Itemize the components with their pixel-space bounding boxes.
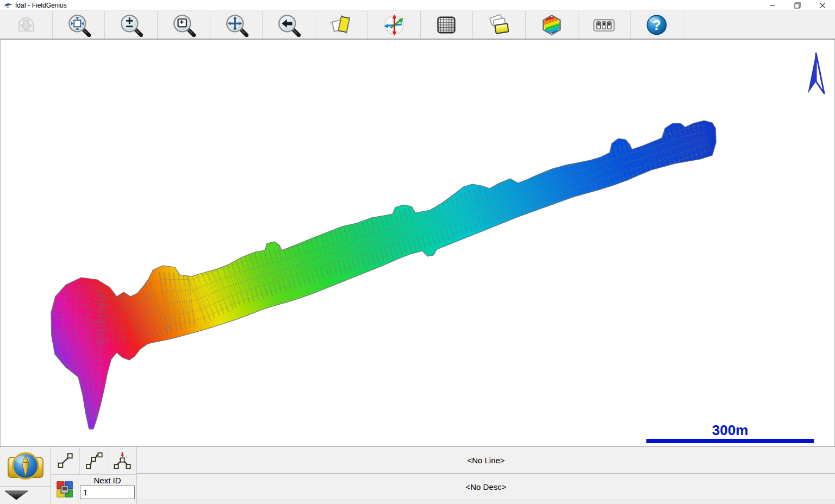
display-toggle-button[interactable]	[51, 475, 78, 504]
zoom-extents-button[interactable]	[53, 11, 105, 39]
tin-surface	[51, 121, 716, 429]
import-surface-button	[0, 11, 53, 39]
instrument-plumb-bob-icon	[7, 450, 45, 483]
flyout-triangle-icon[interactable]	[3, 490, 29, 501]
minimize-button[interactable]	[760, 0, 785, 10]
zoom-window-button[interactable]	[158, 11, 210, 39]
north-arrow-icon	[808, 53, 824, 93]
close-icon	[819, 2, 826, 9]
next-id-label: Next ID	[94, 475, 121, 486]
toggles-button[interactable]	[578, 11, 631, 39]
desc-status-bar[interactable]: <No Desc>	[137, 474, 835, 500]
scale-bar-line	[646, 439, 814, 443]
toolbar-spacer	[683, 11, 835, 39]
scale-bar-label: 300m	[646, 423, 814, 437]
rotate-view-button[interactable]	[315, 11, 368, 39]
rotate-view-icon	[329, 13, 353, 37]
layers-button[interactable]	[473, 11, 526, 39]
desc-status-text: <No Desc>	[465, 482, 506, 492]
grid-toggle-button[interactable]	[421, 11, 473, 39]
instrument-button[interactable]	[7, 450, 45, 483]
window-title: fdaf - FieldGenius	[15, 2, 760, 9]
next-id-group: Next ID	[78, 475, 136, 504]
arc-insert-icon	[114, 452, 131, 469]
zoom-window-icon	[172, 13, 196, 37]
status-column: <No Line> <No Desc>	[137, 447, 835, 504]
3d-axes-icon	[382, 13, 406, 37]
next-id-input[interactable]	[80, 486, 135, 499]
window-controls	[760, 0, 835, 10]
draw-spline-button[interactable]	[80, 447, 109, 474]
close-button[interactable]	[810, 0, 835, 10]
line-tools-row	[51, 447, 136, 475]
corner-colors-icon	[54, 479, 75, 500]
zoom-previous-icon	[277, 13, 301, 37]
grid-icon	[434, 13, 458, 37]
line-status-text: <No Line>	[467, 456, 504, 465]
line-tools-column: Next ID	[51, 447, 137, 504]
instrument-flyout-wrap	[0, 487, 51, 504]
pan-magnifier-icon	[225, 13, 248, 37]
draw-arc-button[interactable]	[108, 447, 136, 474]
map-canvas[interactable]: 300m	[0, 40, 835, 446]
zoom-previous-button[interactable]	[263, 11, 315, 39]
help-button[interactable]: ?	[631, 11, 683, 39]
minimize-icon	[769, 2, 776, 9]
app-logo-icon	[4, 2, 13, 9]
status-footer	[137, 500, 835, 504]
next-id-row: Next ID	[51, 475, 136, 504]
zoom-in-out-button[interactable]	[105, 11, 158, 39]
svg-text:?: ?	[652, 17, 660, 32]
spline-curve-icon	[85, 452, 103, 469]
view-3d-button[interactable]	[368, 11, 421, 39]
layers-icon	[487, 13, 511, 37]
rainbow-surface-icon	[540, 13, 564, 37]
pan-button[interactable]	[210, 11, 263, 39]
tin-surface-svg	[1, 40, 834, 446]
main-toolbar: ?	[0, 11, 835, 40]
import-surface-icon	[14, 13, 38, 37]
bottom-panel: Next ID <No Line> <No Desc>	[0, 446, 835, 504]
switches-icon	[592, 13, 616, 37]
title-bar: fdaf - FieldGenius	[0, 0, 835, 11]
scale-bar: 300m	[646, 423, 814, 443]
draw-line-button[interactable]	[51, 447, 80, 474]
line-segment-icon	[57, 452, 74, 469]
help-icon: ?	[645, 13, 669, 37]
zoom-extents-icon	[67, 13, 91, 37]
restore-button[interactable]	[785, 0, 810, 10]
instrument-button-wrap	[0, 447, 51, 487]
line-status-bar[interactable]: <No Line>	[137, 447, 835, 474]
zoom-plus-minus-icon	[119, 13, 143, 37]
surface-display-button[interactable]	[526, 11, 578, 39]
restore-icon	[794, 2, 801, 9]
instrument-column	[0, 447, 51, 504]
